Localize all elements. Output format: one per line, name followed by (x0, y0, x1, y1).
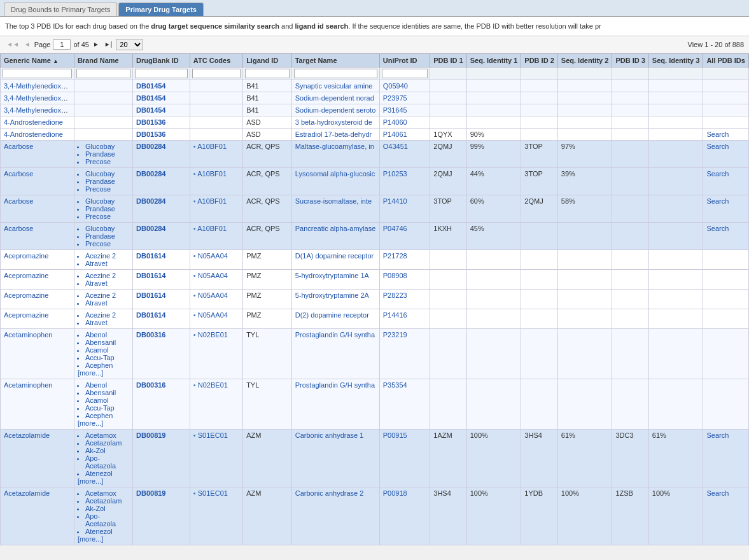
filter-atc-input[interactable] (192, 69, 241, 78)
atc-code[interactable]: • A10BF01 (193, 143, 227, 150)
brand-list-item[interactable]: Ak-Zol (85, 447, 129, 454)
brand-list-item[interactable]: Acezine 2 (85, 291, 129, 299)
brand-list-item[interactable]: Atenezol (85, 528, 129, 535)
brand-list-item[interactable]: Apo-Acetazola (85, 512, 129, 528)
brand-list-item[interactable]: Glucobay (85, 170, 129, 178)
target-name-link[interactable]: Sodium-dependent seroto (295, 106, 376, 114)
per-page-select[interactable]: 20 50 100 (116, 39, 143, 50)
brand-list-item[interactable]: Acamol (85, 346, 129, 354)
atc-code[interactable]: • A10BF01 (193, 225, 227, 232)
brand-list-item[interactable]: Atravet (85, 319, 129, 326)
uniprot-id-link[interactable]: P14060 (383, 118, 407, 126)
all-pdb-link[interactable]: Search (706, 489, 729, 497)
drugbank-id-link[interactable]: DB01614 (136, 252, 165, 260)
brand-list-item[interactable]: Accu-Tap (85, 404, 129, 412)
all-pdb-link[interactable]: Search (706, 143, 729, 150)
uniprot-id-link[interactable]: P23975 (383, 94, 407, 102)
brand-list-item[interactable]: Acephen (85, 361, 129, 369)
atc-code[interactable]: • A10BF01 (193, 197, 227, 205)
brand-list-item[interactable]: Atravet (85, 279, 129, 287)
all-pdb-link[interactable]: Search (706, 431, 729, 439)
drugbank-id-link[interactable]: DB01454 (136, 106, 165, 114)
filter-seq3[interactable] (648, 67, 703, 80)
uniprot-id-link[interactable]: Q05940 (383, 82, 408, 90)
uniprot-id-link[interactable]: O43451 (383, 143, 408, 150)
filter-ligand[interactable] (243, 67, 292, 80)
drugbank-id-link[interactable]: DB01454 (136, 82, 165, 90)
uniprot-id-link[interactable]: P31645 (383, 106, 407, 114)
brand-list-item[interactable]: Glucobay (85, 225, 129, 232)
uniprot-id-link[interactable]: P08908 (383, 272, 407, 279)
target-name-link[interactable]: D(2) dopamine receptor (295, 311, 369, 319)
generic-name-link[interactable]: 4-Androstenedione (4, 118, 63, 126)
drugbank-id-link[interactable]: DB00819 (136, 489, 165, 497)
target-name-link[interactable]: Prostaglandin G/H syntha (295, 381, 375, 389)
brand-list-item[interactable]: Acezine 2 (85, 272, 129, 279)
brand-more-link[interactable]: [more...] (78, 477, 103, 485)
drugbank-id-link[interactable]: DB00284 (136, 170, 165, 178)
filter-drugbank-input[interactable] (135, 69, 188, 78)
tab-primary-drug-targets[interactable]: Primary Drug Targets (118, 3, 204, 16)
target-name-link[interactable]: Prostaglandin G/H syntha (295, 331, 375, 339)
atc-code[interactable]: • N02BE01 (193, 381, 228, 389)
target-name-link[interactable]: Sucrase-isomaltase, inte (295, 197, 372, 205)
brand-list-item[interactable]: Precose (85, 185, 129, 193)
filter-brand[interactable] (74, 67, 132, 80)
drugbank-id-link[interactable]: DB00316 (136, 331, 165, 339)
atc-code[interactable]: • A10BF01 (193, 170, 227, 178)
brand-list-item[interactable]: Ak-Zol (85, 505, 129, 512)
generic-name-link[interactable]: Acarbose (4, 197, 33, 205)
brand-list-item[interactable]: Acezine 2 (85, 311, 129, 319)
drugbank-id-link[interactable]: DB00284 (136, 225, 165, 232)
drugbank-id-link[interactable]: DB01614 (136, 311, 165, 319)
filter-atc[interactable] (190, 67, 242, 80)
brand-list-item[interactable]: Acezine 2 (85, 252, 129, 260)
tab-drug-bounds[interactable]: Drug Bounds to Primary Targets (4, 3, 117, 16)
filter-uniprot-input[interactable] (382, 69, 428, 78)
uniprot-id-link[interactable]: P28223 (383, 291, 407, 299)
filter-ligand-input[interactable] (245, 69, 290, 78)
brand-list-item[interactable]: Acetamox (85, 431, 129, 439)
drugbank-id-link[interactable]: DB01536 (136, 118, 165, 126)
filter-pdb3[interactable] (612, 67, 648, 80)
target-name-link[interactable]: 5-hydroxytryptamine 2A (295, 291, 369, 299)
generic-name-link[interactable]: Acarbose (4, 225, 33, 232)
brand-list-item[interactable]: Abenol (85, 331, 129, 339)
brand-list-item[interactable]: Prandase (85, 150, 129, 158)
all-pdb-link[interactable]: Search (706, 130, 729, 138)
last-page-btn[interactable]: ►| (103, 41, 114, 48)
uniprot-id-link[interactable]: P23219 (383, 331, 407, 339)
brand-more-link[interactable]: [more...] (78, 419, 103, 427)
brand-list-item[interactable]: Glucobay (85, 143, 129, 150)
brand-list-item[interactable]: Atenezol (85, 470, 129, 477)
brand-list-item[interactable]: Apo-Acetazola (85, 454, 129, 470)
brand-list-item[interactable]: Atravet (85, 260, 129, 267)
target-name-link[interactable]: Pancreatic alpha-amylase (295, 225, 376, 232)
filter-allpdb[interactable] (703, 67, 749, 80)
brand-list-item[interactable]: Precose (85, 213, 129, 220)
filter-drugbank[interactable] (133, 67, 190, 80)
brand-list-item[interactable]: Atravet (85, 299, 129, 307)
atc-code[interactable]: • N05AA04 (193, 252, 228, 260)
brand-list-item[interactable]: Abenol (85, 381, 129, 389)
generic-name-link[interactable]: Acarbose (4, 170, 33, 178)
filter-generic-input[interactable] (3, 69, 72, 78)
brand-list-item[interactable]: Glucobay (85, 197, 129, 205)
atc-code[interactable]: • N05AA04 (193, 311, 228, 319)
target-name-link[interactable]: D(1A) dopamine receptor (295, 252, 374, 260)
target-name-link[interactable]: Lysosomal alpha-glucosic (295, 170, 375, 178)
atc-code[interactable]: • S01EC01 (193, 489, 228, 497)
filter-seq2[interactable] (557, 67, 612, 80)
brand-list-item[interactable]: Precose (85, 240, 129, 248)
atc-code[interactable]: • N02BE01 (193, 331, 228, 339)
brand-more-link[interactable]: [more...] (78, 535, 103, 543)
uniprot-id-link[interactable]: P21728 (383, 252, 407, 260)
filter-uniprot[interactable] (379, 67, 430, 80)
uniprot-id-link[interactable]: P00915 (383, 431, 407, 439)
brand-list-item[interactable]: Prandase (85, 232, 129, 240)
atc-code[interactable]: • N05AA04 (193, 272, 228, 279)
drugbank-id-link[interactable]: DB01536 (136, 130, 165, 138)
drugbank-id-link[interactable]: DB00819 (136, 431, 165, 439)
generic-name-link[interactable]: Acetaminophen (4, 331, 52, 339)
brand-list-item[interactable]: Acetamox (85, 489, 129, 497)
